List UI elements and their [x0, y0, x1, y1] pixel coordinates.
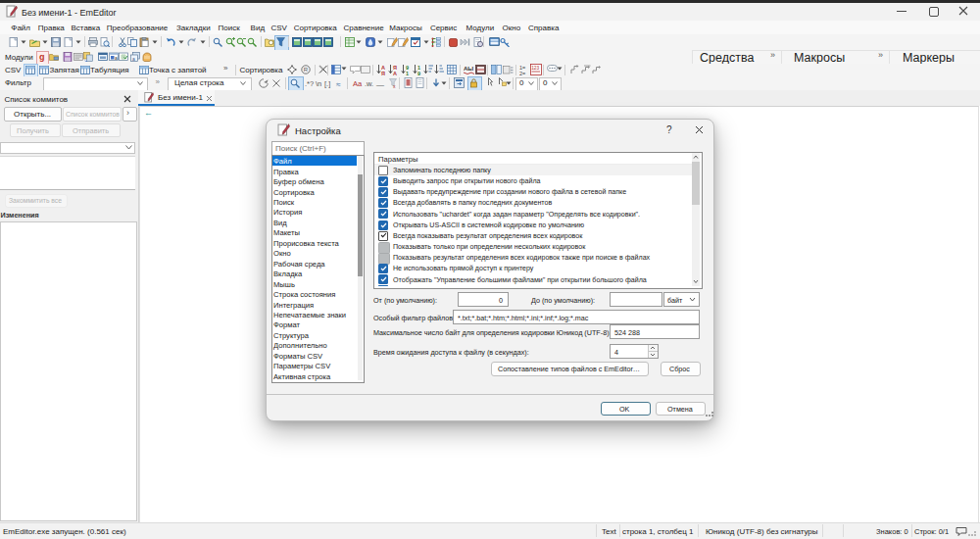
svg-text:123: 123	[531, 66, 539, 71]
svg-text:А: А	[393, 71, 397, 76]
svg-text:2=: 2=	[519, 71, 525, 76]
svg-text:АЫ: АЫ	[464, 66, 473, 72]
svg-text:R: R	[304, 67, 309, 73]
svg-text:a: a	[115, 55, 118, 61]
svg-text:x: x	[393, 83, 396, 89]
svg-text:a: a	[132, 56, 135, 62]
svg-text:Я: Я	[381, 71, 385, 76]
svg-text:9: 9	[417, 71, 420, 76]
svg-text:1: 1	[406, 71, 409, 76]
